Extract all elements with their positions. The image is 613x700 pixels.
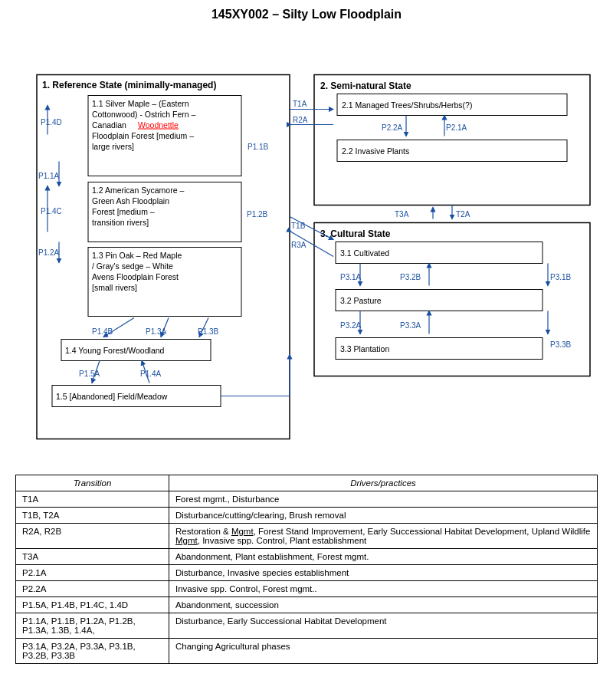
box1-2-text1: 1.2 American Sycamore –: [92, 186, 184, 195]
box1-3-text1: 1.3 Pin Oak – Red Maple: [92, 251, 182, 260]
p14b-label: P1.4B: [92, 327, 113, 336]
box1-2-text4: transition rivers]: [92, 218, 149, 227]
box1-5-text: 1.5 [Abandoned] Field/Meadow: [56, 392, 168, 401]
t3a-label: T3A: [395, 210, 409, 219]
p13a-label: P1.3A: [146, 327, 167, 336]
box1-2-text3: Forest [medium –: [92, 207, 155, 216]
table-row: P1.1A, P1.1B, P1.2A, P1.2B, P1.3A, 1.3B,…: [16, 613, 598, 639]
drivers-cell: Abandonment, succession: [169, 597, 598, 613]
transition-cell: T3A: [16, 549, 169, 565]
box1-1-text2: Cottonwood) - Ostrich Fern –: [92, 110, 196, 119]
transition-cell: R2A, R2B: [16, 524, 169, 549]
table-row: P2.1ADisturbance, Invasive species estab…: [16, 565, 598, 581]
drivers-cell: Restoration & Mgmt, Forest Stand Improve…: [169, 524, 598, 549]
transition-cell: P3.1A, P3.2A, P3.3A, P3.1B, P3.2B, P3.3B: [16, 639, 169, 664]
box1-1-text5: large rivers]: [92, 142, 134, 151]
box3-1-text: 3.1 Cultivated: [340, 248, 389, 258]
r3a-label: R3A: [291, 241, 306, 249]
p11b-label: P1.1B: [247, 143, 269, 151]
p31a-label: P3.1A: [340, 273, 362, 281]
drivers-cell: Invasive spp. Control, Forest mgmt..: [169, 581, 598, 597]
drivers-cell: Disturbance, Early Successional Habitat …: [169, 613, 598, 639]
table-row: T3AAbandonment, Plant establishment, For…: [16, 549, 598, 565]
box1-3-text2: / Gray's sedge – White: [92, 261, 173, 271]
box1-4-text: 1.4 Young Forest/Woodland: [65, 346, 165, 355]
p22a-label: P2.2A: [382, 123, 403, 132]
table-row: P2.2AInvasive spp. Control, Forest mgmt.…: [16, 581, 598, 597]
box2-2-text: 2.2 Invasive Plants: [342, 146, 409, 156]
table-header-transition: Transition: [16, 475, 169, 491]
drivers-cell: Abandonment, Plant establishment, Forest…: [169, 549, 598, 565]
table-row: P1.5A, P1.4B, P1.4C, 1.4DAbandonment, su…: [16, 597, 598, 613]
ref-state-title: 1. Reference State (minimally-managed): [42, 80, 216, 90]
p32b-label: P3.2B: [400, 273, 421, 281]
box1-2-text2: Green Ash Floodplain: [92, 196, 169, 205]
r2a-label: R2A: [293, 116, 308, 124]
semi-natural-title: 2. Semi-natural State: [320, 81, 411, 91]
box1-1-woodnettle: Woodnettle: [138, 120, 179, 130]
transition-cell: P2.1A: [16, 565, 169, 581]
table-header-drivers: Drivers/practices: [169, 475, 598, 491]
drivers-cell: Forest mgmt., Disturbance: [169, 491, 598, 508]
t1b-label: T1B: [291, 222, 306, 230]
table-row: T1AForest mgmt., Disturbance: [16, 491, 598, 508]
table-row: T1B, T2ADisturbance/cutting/clearing, Br…: [16, 508, 598, 524]
drivers-cell: Changing Agricultural phases: [169, 639, 598, 664]
transition-cell: P1.5A, P1.4B, P1.4C, 1.4D: [16, 597, 169, 613]
drivers-cell: Disturbance, Invasive species establishm…: [169, 565, 598, 581]
t1a-label: T1A: [293, 100, 307, 108]
t2a-label: T2A: [456, 210, 470, 219]
box1-1-text3: Canadian: [92, 120, 126, 130]
transition-cell: P2.2A: [16, 581, 169, 597]
diagram-svg: 1. Reference State (minimally-managed) 1…: [15, 31, 598, 460]
cultural-title: 3. Cultural State: [320, 228, 391, 239]
p13b-label: P1.3B: [198, 327, 219, 336]
box3-2-text: 3.2 Pasture: [340, 296, 382, 305]
drivers-cell: Disturbance/cutting/clearing, Brush remo…: [169, 508, 598, 524]
box1-1-text: 1.1 Silver Maple – (Eastern: [92, 99, 189, 108]
diagram-container: 1. Reference State (minimally-managed) 1…: [15, 31, 598, 462]
p33a-label: P3.3A: [400, 321, 421, 330]
transition-cell: T1A: [16, 491, 169, 508]
p32a-label: P3.2A: [340, 321, 362, 330]
p21a-label: P2.1A: [446, 123, 467, 132]
table-row: R2A, R2BRestoration & Mgmt, Forest Stand…: [16, 524, 598, 549]
transition-cell: T1B, T2A: [16, 508, 169, 524]
p12a-label: P1.2A: [38, 248, 60, 257]
p14c-label: P1.4C: [41, 207, 62, 215]
table-row: P3.1A, P3.2A, P3.3A, P3.1B, P3.2B, P3.3B…: [16, 639, 598, 664]
p15a-label: P1.5A: [79, 370, 100, 378]
p11a-label: P1.1A: [38, 172, 60, 180]
box1-3-text3: Avens Floodplain Forest: [92, 272, 179, 281]
box1-1-text4: Floodplain Forest [medium –: [92, 131, 194, 140]
transition-cell: P1.1A, P1.1B, P1.2A, P1.2B, P1.3A, 1.3B,…: [16, 613, 169, 639]
p31b-label: P3.1B: [550, 273, 572, 281]
box1-3-text4: [small rivers]: [92, 283, 137, 292]
p14d-label: P1.4D: [41, 118, 62, 127]
p14a-label: P1.4A: [140, 370, 162, 378]
box2-1-text: 2.1 Managed Trees/Shrubs/Herbs(?): [342, 100, 472, 110]
p33b-label: P3.3B: [550, 340, 572, 349]
box3-3-text: 3.3 Plantation: [340, 344, 389, 353]
p12b-label: P1.2B: [247, 210, 268, 219]
transitions-table: Transition Drivers/practices T1AForest m…: [15, 475, 598, 664]
page-title: 145XY002 – Silty Low Floodplain: [15, 8, 598, 21]
